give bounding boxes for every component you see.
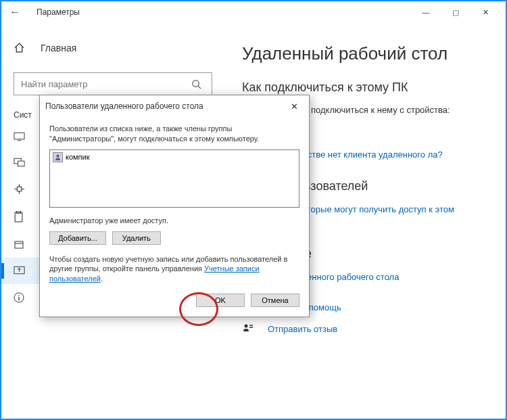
create-account-text: Чтобы создать новую учетную запись или д… [49, 254, 299, 285]
page-title: Удаленный рабочий стол [242, 43, 487, 64]
svg-point-0 [193, 80, 199, 86]
dialog-button-row: Добавить... Удалить [49, 231, 299, 245]
svg-point-16 [18, 295, 20, 296]
user-icon [53, 152, 63, 162]
window-controls: — ▢ ✕ [411, 2, 500, 22]
svg-point-20 [56, 154, 59, 157]
cancel-button[interactable]: Отмена [251, 294, 299, 307]
minimize-button[interactable]: — [411, 2, 441, 22]
shared-icon [14, 183, 27, 195]
remote-desktop-icon [14, 266, 27, 276]
section-heading-connect: Как подключиться к этому ПК [242, 80, 487, 95]
dialog-title-text: Пользователи удаленного рабочего стола [45, 101, 203, 111]
svg-point-19 [245, 325, 248, 328]
svg-rect-11 [15, 212, 22, 222]
svg-rect-5 [18, 161, 24, 166]
dialog-titlebar: Пользователи удаленного рабочего стола ✕ [40, 95, 309, 117]
info-icon [14, 292, 27, 303]
svg-rect-2 [14, 133, 24, 139]
sidebar-home[interactable]: Главная [1, 35, 224, 60]
user-list-item[interactable]: компик [51, 151, 297, 163]
home-icon [14, 42, 27, 53]
window-title: Параметры [37, 7, 80, 17]
search-box[interactable] [14, 72, 212, 95]
remote-users-dialog: Пользователи удаленного рабочего стола ✕… [39, 95, 310, 317]
titlebar: ← Параметры — ▢ ✕ [1, 1, 506, 23]
search-input[interactable] [14, 75, 191, 93]
feedback-icon [242, 323, 258, 335]
projecting-icon [14, 158, 27, 167]
add-button[interactable]: Добавить... [49, 231, 106, 245]
remove-button[interactable]: Удалить [112, 231, 161, 245]
sidebar-home-label: Главная [41, 43, 76, 53]
close-button[interactable]: ✕ [470, 2, 500, 22]
ok-button[interactable]: OK [196, 294, 245, 307]
feedback-row[interactable]: Отправить отзыв [242, 323, 487, 335]
back-button[interactable]: ← [7, 6, 23, 18]
user-name: компик [66, 153, 90, 161]
clipboard-icon [14, 211, 27, 223]
feedback-link: Отправить отзыв [268, 324, 337, 334]
svg-line-1 [198, 86, 201, 89]
admin-note: Администратор уже имеет доступ. [49, 216, 299, 226]
users-listbox[interactable]: компик [49, 149, 299, 208]
display-icon [14, 132, 27, 141]
dialog-footer: OK Отмена [40, 294, 309, 317]
box-icon [14, 239, 27, 250]
svg-rect-13 [15, 241, 23, 248]
svg-rect-6 [17, 187, 21, 191]
search-icon [191, 79, 212, 89]
dialog-close-button[interactable]: ✕ [285, 99, 304, 113]
maximize-button[interactable]: ▢ [441, 2, 470, 22]
dialog-body: Пользователи из списка ниже, а также чле… [40, 117, 309, 294]
dialog-description: Пользователи из списка ниже, а также чле… [49, 124, 299, 144]
